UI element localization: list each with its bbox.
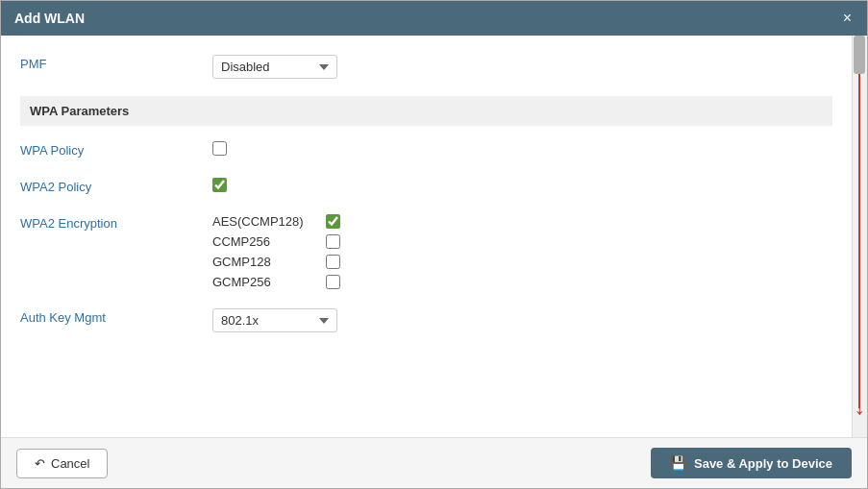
scrollbar[interactable]: ↓ [852, 36, 867, 437]
wpa-policy-row: WPA Policy [20, 132, 832, 168]
scroll-thumb[interactable] [854, 36, 865, 74]
content-area: PMF Disabled Optional Required WPA Param… [1, 36, 852, 437]
encryption-ccmp256-row: CCMP256 [212, 234, 832, 249]
wpa2-encryption-label: WPA2 Encryption [20, 214, 212, 231]
wpa2-encryption-control: AES(CCMP128) CCMP256 GCMP128 GCMP256 [212, 214, 832, 289]
wpa-policy-checkbox[interactable] [212, 141, 227, 156]
save-icon: 💾 [670, 455, 686, 471]
cancel-button[interactable]: ↶ Cancel [16, 449, 108, 478]
encryption-ccmp256-checkbox[interactable] [326, 234, 340, 249]
wpa-section-header: WPA Parameters [20, 96, 832, 126]
dialog-body: PMF Disabled Optional Required WPA Param… [1, 36, 867, 437]
encryption-gcmp128-row: GCMP128 [212, 255, 832, 269]
scroll-down-arrow: ↓ [855, 395, 866, 418]
save-label: Save & Apply to Device [694, 456, 832, 471]
encryption-aes-row: AES(CCMP128) [212, 214, 832, 229]
auth-key-control: 802.1x PSK CCKM [212, 308, 832, 332]
save-button[interactable]: 💾 Save & Apply to Device [651, 448, 852, 478]
auth-key-row: Auth Key Mgmt 802.1x PSK CCKM [20, 299, 832, 342]
encryption-ccmp256-label: CCMP256 [212, 234, 318, 249]
wpa-policy-control [212, 141, 832, 159]
dialog-footer: ↶ Cancel 💾 Save & Apply to Device [1, 437, 867, 488]
auth-key-select[interactable]: 802.1x PSK CCKM [212, 308, 337, 332]
wpa2-encryption-row: WPA2 Encryption AES(CCMP128) CCMP256 GCM… [20, 205, 832, 299]
encryption-gcmp128-checkbox[interactable] [326, 255, 340, 269]
wpa2-policy-row: WPA2 Policy [20, 168, 832, 205]
cancel-label: Cancel [51, 456, 89, 471]
wpa2-policy-label: WPA2 Policy [20, 178, 212, 194]
add-wlan-dialog: Add WLAN × PMF Disabled Optional Require… [0, 0, 868, 489]
encryption-aes-checkbox[interactable] [326, 214, 340, 229]
encryption-gcmp256-checkbox[interactable] [326, 275, 340, 289]
cancel-icon: ↶ [35, 456, 45, 471]
encryption-aes-label: AES(CCMP128) [212, 214, 318, 229]
dialog-title: Add WLAN [14, 11, 85, 26]
wpa-policy-label: WPA Policy [20, 141, 212, 158]
encryption-gcmp128-label: GCMP128 [212, 255, 318, 269]
pmf-label: PMF [20, 55, 212, 71]
pmf-row: PMF Disabled Optional Required [20, 45, 832, 88]
dialog-header: Add WLAN × [1, 1, 867, 36]
pmf-control: Disabled Optional Required [212, 55, 832, 79]
wpa2-policy-checkbox[interactable] [212, 178, 227, 192]
encryption-gcmp256-row: GCMP256 [212, 275, 832, 289]
scroll-line [858, 36, 860, 408]
encryption-gcmp256-label: GCMP256 [212, 275, 318, 289]
close-button[interactable]: × [841, 11, 854, 26]
wpa2-policy-control [212, 178, 832, 195]
auth-key-label: Auth Key Mgmt [20, 308, 212, 325]
pmf-select[interactable]: Disabled Optional Required [212, 55, 337, 79]
